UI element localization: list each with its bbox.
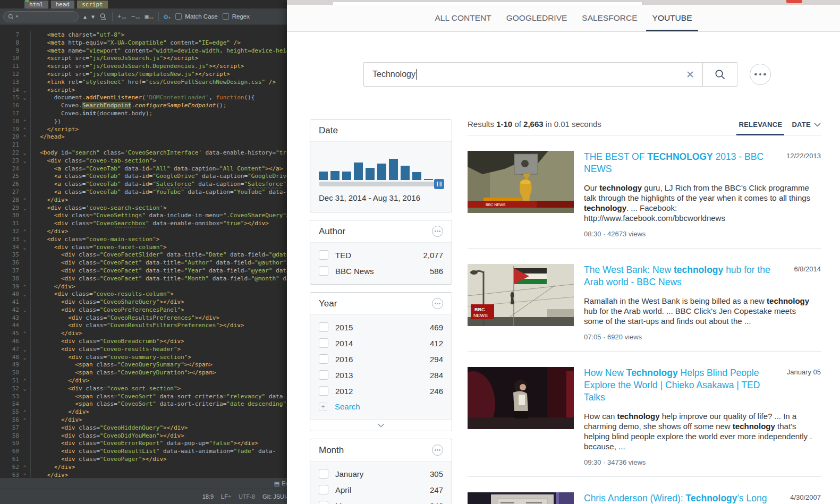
code-text[interactable]: <script src="js/CoveoJsSearch.Dependenci…	[30, 63, 287, 71]
result-title-link[interactable]: THE BEST OF TECHNOLOGY 2013 - BBC NEWS	[584, 151, 782, 175]
facet-value[interactable]: TED2,077	[310, 247, 452, 263]
code-text[interactable]: <div class="CoveoErrorReport" data-pop-u…	[30, 440, 287, 448]
result-thumbnail[interactable]	[468, 367, 574, 429]
breadcrumb-script[interactable]: script	[77, 1, 108, 8]
fold-marker-icon[interactable]: ⌄	[19, 236, 30, 244]
code-text[interactable]: <div class="CoveoResultsPreferences"></d…	[30, 314, 287, 322]
fold-marker-icon[interactable]: ⌄	[19, 204, 30, 212]
fold-marker-icon[interactable]: ⌃	[19, 118, 30, 126]
git-branch[interactable]: Git: JSUI-90	[262, 493, 287, 500]
fold-marker-icon[interactable]: ⌄	[19, 87, 30, 95]
code-line[interactable]: 34⌄ <div class="coveo-facet-column">	[0, 244, 287, 252]
code-text[interactable]: <div class="CoveoResultsFiltersPreferenc…	[30, 322, 287, 330]
code-text[interactable]: <span class="CoveoSort" data-sort-criter…	[30, 400, 287, 408]
result-thumbnail[interactable]	[468, 492, 574, 504]
code-text[interactable]: Coveo.init(document.body);	[30, 110, 287, 118]
search-input[interactable]: Technology	[364, 69, 678, 80]
code-line[interactable]: 44 <div class="CoveoResultsFiltersPrefer…	[0, 322, 287, 330]
checkbox[interactable]	[319, 266, 328, 276]
fold-marker-icon[interactable]: ⌄	[19, 291, 30, 298]
code-text[interactable]: Coveo.SearchEndpoint.configureSampleEndp…	[30, 102, 287, 110]
code-line[interactable]: 7 <meta charset="utf-8">	[0, 31, 287, 39]
fold-marker-icon[interactable]: ⌃	[19, 330, 30, 338]
code-text[interactable]: <div class="CoveoPager"></div>	[30, 456, 287, 464]
find-next-button[interactable]: ▼	[91, 14, 95, 20]
code-line[interactable]: 55⌃ </div>	[0, 408, 287, 416]
code-line[interactable]: 59 <div class="CoveoErrorReport" data-po…	[0, 440, 287, 448]
checkbox[interactable]	[319, 354, 328, 364]
fold-marker-icon[interactable]: ⌄	[19, 157, 30, 165]
code-line[interactable]: 23⌄ <div class="coveo-tab-section">	[0, 157, 287, 165]
tab-salesforce[interactable]: SALESFORCE	[581, 5, 638, 31]
code-text[interactable]: <a class="CoveoTab" data-id="YouTube" da…	[30, 189, 287, 197]
facet-value[interactable]: BBC News586	[310, 263, 452, 279]
code-text[interactable]: <div class="CoveoResultList" data-wait-a…	[30, 448, 287, 456]
fold-marker-icon[interactable]: ⌄	[19, 149, 30, 157]
sort-date[interactable]: DATE	[792, 121, 821, 129]
code-text[interactable]: <script src="js/templates/templatesNew.j…	[30, 71, 287, 79]
code-text[interactable]: <body id="search" class='CoveoSearchInte…	[30, 149, 287, 157]
code-text[interactable]: <meta name="viewport" content="width=dev…	[30, 47, 287, 55]
code-line[interactable]: 33⌄ <div class="coveo-main-section">	[0, 236, 287, 244]
result-thumbnail[interactable]: BBC NEWS	[468, 264, 574, 326]
match-case-checkbox[interactable]	[175, 13, 182, 20]
code-line[interactable]: 56⌃ </div>	[0, 416, 287, 424]
code-line[interactable]: 35 <div class="CoveoFacetSlider" data-ti…	[0, 251, 287, 259]
code-text[interactable]: <div class="CoveoDidYouMean"></div>	[30, 432, 287, 440]
code-line[interactable]: 25 <a class="CoveoTab" data-id="GoogleDr…	[0, 173, 287, 181]
code-text[interactable]: document.addEventListener('DOMContentLoa…	[30, 94, 287, 102]
facet-value[interactable]: 2014412	[310, 335, 452, 351]
checkbox[interactable]	[319, 338, 328, 348]
fold-marker-icon[interactable]: ⌄	[19, 306, 30, 314]
checkbox[interactable]	[319, 485, 328, 494]
code-line[interactable]: 36 <div class="CoveoFacet" data-title="A…	[0, 259, 287, 267]
tab-youtube[interactable]: YOUTUBE	[651, 5, 693, 31]
code-line[interactable]: 12 <script src="js/templates/templatesNe…	[0, 71, 287, 79]
code-line[interactable]: 57 <div class="CoveoHiddenQuery"></div>	[0, 424, 287, 432]
code-text[interactable]: </div>	[30, 228, 287, 236]
code-text[interactable]: <a class="CoveoTab" data-id="GoogleDrive…	[30, 173, 287, 181]
remove-occurrence-button[interactable]: −xx	[131, 13, 140, 20]
code-line[interactable]: 15⌄ document.addEventListener('DOMConten…	[0, 94, 287, 102]
code-line[interactable]: 42⌄ <div class="CoveoPreferencesPanel">	[0, 306, 287, 314]
code-text[interactable]: <link rel="stylesheet" href="css/CoveoFu…	[30, 79, 287, 87]
code-line[interactable]: 11 <script src="js/CoveoJsSearch.Depende…	[0, 63, 287, 71]
fold-marker-icon[interactable]: ⌃	[19, 197, 30, 204]
checkbox[interactable]	[319, 250, 328, 260]
result-title-link[interactable]: The West Bank: New technology hub for th…	[584, 264, 782, 288]
code-line[interactable]: 52⌄ <div class="coveo-sort-section">	[0, 385, 287, 393]
facet-settings-icon[interactable]	[432, 226, 443, 237]
code-text[interactable]: <div class="CoveoFacet" data-title="Mont…	[30, 275, 287, 283]
fold-marker-icon[interactable]: ⌄	[19, 244, 30, 252]
code-line[interactable]: 20⌃ </head>	[0, 133, 287, 141]
browser-red-button[interactable]	[786, 0, 802, 3]
code-line[interactable]: 53 <span class="CoveoSort" data-sort-cri…	[0, 393, 287, 401]
encoding[interactable]: UTF-8	[239, 493, 255, 500]
code-text[interactable]: <span class="CoveoSort" data-sort-criter…	[30, 393, 287, 401]
find-input[interactable]	[20, 13, 74, 20]
fold-marker-icon[interactable]: ⌃	[19, 133, 30, 141]
regex-toggle[interactable]: Regex	[223, 13, 250, 20]
fold-marker-icon[interactable]: ⌄	[19, 346, 30, 354]
code-line[interactable]: 43 <div class="CoveoResultsPreferences">…	[0, 314, 287, 322]
code-line[interactable]: 50 <span class="CoveoQueryDuration"></sp…	[0, 369, 287, 377]
code-text[interactable]: <div class="coveo-results-column">	[30, 291, 287, 298]
code-line[interactable]: 38 <div class="CoveoFacet" data-title="M…	[0, 275, 287, 283]
event-log-row[interactable]: ▤ Ev	[0, 478, 287, 489]
code-text[interactable]: <script>	[30, 87, 287, 95]
code-text[interactable]: </script>	[30, 126, 287, 134]
fold-marker-icon[interactable]: ⌃	[19, 416, 30, 424]
facet-value[interactable]: January305	[310, 466, 452, 482]
checkbox[interactable]	[319, 501, 328, 504]
select-occurrences-button[interactable]: ▣xx	[145, 13, 154, 20]
code-line[interactable]: 10 <script src="js/CoveoJsSearch.js"></s…	[0, 55, 287, 63]
code-text[interactable]: </div>	[30, 408, 287, 416]
regex-checkbox[interactable]	[223, 13, 229, 20]
code-text[interactable]: <div class="coveo-tab-section">	[30, 157, 287, 165]
result-title-link[interactable]: How New Technology Helps Blind People Ex…	[584, 367, 782, 404]
code-line[interactable]: 30 <div class="CoveoSettings" data-inclu…	[0, 212, 287, 220]
fold-marker-icon[interactable]: ⌃	[19, 283, 30, 291]
code-line[interactable]: 19⌃ </script>	[0, 126, 287, 134]
facet-search[interactable]: +Search	[310, 399, 452, 414]
code-text[interactable]: <div class="CoveoFacet" data-title="Auth…	[30, 259, 287, 267]
